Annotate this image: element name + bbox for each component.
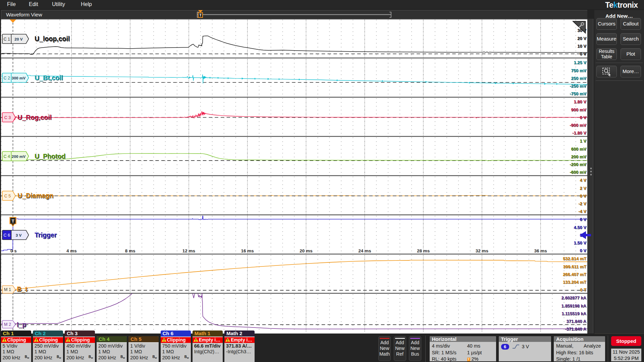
svg-text:1.25 V: 1.25 V: [574, 60, 586, 65]
svg-text:-1.80 V: -1.80 V: [572, 130, 586, 135]
svg-text:1.859198 kA: 1.859198 kA: [561, 303, 587, 308]
svg-text:16 ms: 16 ms: [241, 248, 254, 253]
svg-text:20 V: 20 V: [577, 36, 586, 41]
svg-text:1.115519 kA: 1.115519 kA: [561, 311, 586, 316]
svg-text:U_Rog,coil: U_Rog,coil: [17, 114, 52, 121]
svg-text:250 mV: 250 mV: [571, 76, 586, 81]
svg-text:T: T: [11, 219, 14, 224]
svg-text:T: T: [199, 13, 202, 17]
svg-text:750 mV: 750 mV: [571, 68, 586, 73]
svg-text:C 3: C 3: [4, 115, 11, 120]
svg-text:300 mV: 300 mV: [12, 76, 25, 80]
svg-text:-2 V: -2 V: [578, 201, 586, 206]
svg-text:32 ms: 32 ms: [476, 248, 488, 253]
svg-text:3 V: 3 V: [16, 233, 22, 238]
svg-text:0 V: 0 V: [580, 193, 586, 198]
svg-text:133.204 mT: 133.204 mT: [563, 280, 586, 285]
svg-text:U_Bt,coil: U_Bt,coil: [35, 74, 63, 81]
svg-text:6 V: 6 V: [580, 217, 586, 222]
svg-text:20 V: 20 V: [14, 37, 22, 42]
svg-text:20 ms: 20 ms: [300, 248, 312, 253]
svg-text:I_p: I_p: [17, 321, 26, 328]
svg-text:Trigger: Trigger: [35, 231, 57, 239]
svg-text:1.80 V: 1.80 V: [574, 99, 586, 104]
svg-text:M 2: M 2: [4, 322, 11, 327]
svg-text:0 V: 0 V: [580, 51, 586, 56]
svg-text:8 ms: 8 ms: [125, 248, 136, 253]
svg-text:-371.840 A: -371.840 A: [565, 326, 586, 331]
svg-text:-750 mV: -750 mV: [570, 91, 586, 96]
svg-text:-600 mV: -600 mV: [570, 170, 586, 175]
svg-text:1 V: 1 V: [580, 138, 586, 143]
svg-text:371.840 A: 371.840 A: [566, 319, 586, 324]
svg-text:0 V: 0 V: [580, 248, 586, 253]
svg-text:532.814 mT: 532.814 mT: [563, 256, 586, 261]
svg-text:200 mV: 200 mV: [571, 154, 586, 159]
svg-text:B_t: B_t: [17, 285, 28, 293]
svg-text:2.602877 kA: 2.602877 kA: [561, 295, 587, 300]
svg-text:36 ms: 36 ms: [534, 248, 547, 253]
svg-text:C 4: C 4: [4, 154, 10, 159]
svg-text:4 ms: 4 ms: [66, 248, 77, 253]
svg-text:-900 mV: -900 mV: [570, 123, 586, 128]
svg-text:U_loop,coil: U_loop,coil: [35, 35, 70, 42]
svg-text:2 V: 2 V: [580, 186, 586, 191]
svg-text:399.611 mT: 399.611 mT: [563, 264, 586, 269]
svg-text:-200 mV: -200 mV: [570, 162, 586, 167]
svg-text:4 V: 4 V: [580, 178, 586, 183]
svg-text:24 ms: 24 ms: [358, 248, 371, 253]
svg-text:200 mV: 200 mV: [12, 154, 25, 159]
svg-text:U_Photod: U_Photod: [35, 153, 65, 160]
svg-text:U_Diamagn: U_Diamagn: [17, 192, 53, 199]
svg-text:28 ms: 28 ms: [417, 248, 430, 253]
svg-text:C 5: C 5: [4, 194, 11, 198]
svg-text:0 T: 0 T: [580, 287, 586, 292]
svg-text:-4 V: -4 V: [578, 209, 586, 214]
svg-text:4.50 V: 4.50 V: [574, 225, 586, 230]
svg-text:C 2: C 2: [4, 76, 10, 80]
svg-text:266.407 mT: 266.407 mT: [563, 272, 586, 277]
svg-text:C 1: C 1: [4, 37, 10, 42]
svg-text:-250 mV: -250 mV: [570, 83, 586, 88]
svg-text:0 s: 0 s: [10, 248, 17, 253]
svg-text:12 ms: 12 ms: [182, 248, 195, 253]
svg-text:900 mV: 900 mV: [571, 107, 586, 112]
svg-text:M 1: M 1: [4, 287, 11, 292]
svg-text:10 V: 10 V: [577, 44, 586, 49]
svg-text:1.50 V: 1.50 V: [574, 240, 586, 245]
svg-text:600 mV: 600 mV: [571, 146, 586, 152]
svg-text:0 V: 0 V: [580, 115, 586, 120]
svg-text:C 6: C 6: [4, 233, 10, 238]
